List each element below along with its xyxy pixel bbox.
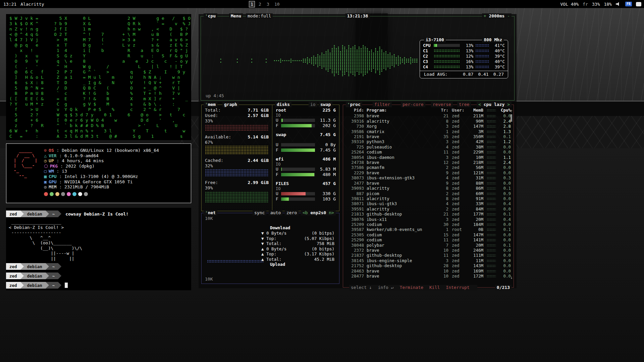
fetch-entry-up: ◷UP : 4 hours, 44 mins: [44, 158, 159, 164]
process-row[interactable]: 39093alacritty8zed86M0.1: [346, 186, 511, 191]
process-row[interactable]: 39591alacritty2zed84M0.0: [346, 206, 511, 212]
volume-label: VOL 40%: [560, 2, 579, 7]
matrix-row: B P m U 8 ` c K ! G b % T + ! h 7 v: [9, 91, 188, 96]
keyboard-layout-badge[interactable]: FR: [625, 2, 632, 6]
shell-prompt[interactable]: zeddebian~: [6, 282, 191, 289]
disk-entry-root: root225 GIOU11.3 GF202 G: [276, 108, 336, 128]
color-swatch: [78, 192, 82, 196]
disks-box: disks io swap root225 GIOU11.3 GF202 Gsw…: [272, 105, 339, 211]
disk-meter: [281, 119, 315, 122]
proc-action-select[interactable]: select ↓: [351, 285, 372, 290]
proc-action-info[interactable]: info ↵: [378, 285, 394, 290]
cpu-usage-meter: [434, 44, 460, 47]
process-row[interactable]: 25305codium15zed147M0.0: [346, 232, 511, 237]
mem-graph-tab[interactable]: graph: [222, 102, 239, 107]
mem-graph: [205, 146, 269, 155]
cowsay-output-line: \ ^__^: [6, 235, 191, 241]
cpu-stats-panel: i3-7100 800 Mhz CPU13%41°CC113%40°CC212%…: [420, 40, 508, 78]
net-stat-row: ▲ 0 Byte/s(0 bitps): [261, 246, 334, 252]
shell-prompt[interactable]: zeddebian~cowsay Debian-Z Is Cool!: [6, 210, 191, 218]
mem-stat-used: Used:2.57 GiB33%: [205, 113, 269, 131]
scrollbar-thumb[interactable]: [511, 114, 512, 122]
process-row[interactable]: 39586cmatrix1zed3M1.3: [346, 129, 511, 134]
cowsay-output-line: ___________________: [6, 220, 191, 225]
proc-action-terminate[interactable]: Terminate: [400, 285, 423, 290]
process-row[interactable]: 730Xorg3zed147M2.8: [346, 124, 511, 129]
process-row[interactable]: 38054ibus-daemon3zed10M1.1: [346, 155, 511, 160]
process-row[interactable]: 21837github-desktop11zed111M0.0: [346, 253, 511, 258]
update-interval-control[interactable]: + 2000ms -: [482, 13, 512, 19]
mem-graph: [205, 124, 269, 131]
workspace-button-1[interactable]: 1: [249, 1, 255, 7]
cmatrix-terminal[interactable]: $ W J v k = 5 X 0 L 2 W g e / $ O3 k $ O…: [6, 14, 191, 140]
cpu-icon: ▦: [44, 174, 47, 179]
process-row[interactable]: 38073ibus-extension-gtk34zed31M0.3: [346, 175, 511, 180]
wm-icon: ▢: [44, 169, 47, 174]
scroll-up-icon[interactable]: ↑: [510, 108, 513, 113]
tray-icon[interactable]: [636, 2, 641, 6]
mem-icon: ◎: [44, 184, 47, 189]
matrix-row: x ! 1 4 i [ b R a E O r Q " j: [9, 48, 188, 53]
matrix-row: 5 2 ? W q $ 3 d 7 y 0 1 6 @ o > t c: [9, 112, 188, 118]
zero-tab[interactable]: zero: [285, 210, 299, 216]
matrix-row: l 4 7 ) V j > M M 7 ( > 3 a ? + a v 6 >: [9, 37, 188, 43]
process-row[interactable]: 2229brave9zed121M0.0: [346, 170, 511, 175]
process-row[interactable]: 37586pcmanfm2zed56M0.0: [346, 165, 511, 170]
speaker-icon[interactable]: [616, 2, 621, 6]
process-row[interactable]: 39811alacritty8zed91M0.0: [346, 196, 511, 201]
process-row[interactable]: 25290codium11zed141M0.0: [346, 237, 511, 242]
net-stat-row: ▲ Total:45.2 MiB: [261, 257, 334, 262]
auto-tab[interactable]: auto: [269, 210, 282, 216]
process-row[interactable]: 39587kworker/u8:0-events_un1root0B0.1: [346, 227, 511, 232]
workspace-button-2[interactable]: 2: [257, 1, 263, 7]
color-swatch: [55, 192, 59, 196]
mode-toggle[interactable]: mode:full: [246, 13, 273, 19]
cpu-core-row-cpu: CPU13%41°C: [423, 43, 505, 48]
memory-percent: 18%: [604, 2, 611, 7]
swap-tab[interactable]: swap: [319, 102, 332, 107]
interface-selector[interactable]: <b enp2s0 n>: [301, 210, 336, 216]
fetch-entry-mem: ◎MEM : 2321MiB / 7904MiB: [44, 184, 159, 190]
io-tab[interactable]: io: [309, 102, 317, 107]
process-row[interactable]: 39310python33zed42M1.2: [346, 139, 511, 144]
process-row[interactable]: 38048polybar7zed20M0.1: [346, 243, 511, 248]
proc-action-interrupt[interactable]: Interrupt: [446, 285, 469, 290]
process-row[interactable]: 2477brave9zed88M0.0: [346, 181, 511, 186]
matrix-row: @ p q e x T D g ' L v z s & z E % Z: [9, 43, 188, 48]
process-row[interactable]: 2398brave21zed211M0.0: [346, 113, 511, 118]
workspace-button-10[interactable]: 10: [273, 1, 281, 7]
process-row[interactable]: 21752github-desktop28zed143M0.0: [346, 263, 511, 268]
load-average-label: Load AVG:: [424, 72, 447, 77]
process-row[interactable]: 25209codium30zed184M0.0: [346, 222, 511, 227]
process-row[interactable]: 25264codium11zed229M0.0: [346, 149, 511, 155]
disk-entry-swap: swap7.45 G U0 ByF7.45 G: [276, 132, 336, 153]
cowsay-terminal[interactable]: zeddebian~cowsay Debian-Z Is Cool! _____…: [6, 208, 191, 290]
cpu-box: ¹cpu Menu mode:full 13:21:38 + 2000ms - …: [201, 16, 515, 101]
process-row[interactable]: 28477brave10zed172M0.0: [346, 274, 511, 279]
process-row[interactable]: 725pulseaudio4zed38M0.0: [346, 144, 511, 149]
process-row[interactable]: 38071ibus-ui-gtk34zed33M0.4: [346, 201, 511, 206]
net-download-rows: ▼ 0 Byte/s(0 bitps)▼ Top:(5.07 Kibps)▼ T…: [261, 231, 334, 246]
proc-action-kill[interactable]: Kill: [429, 285, 440, 290]
btop-window[interactable]: ¹cpu Menu mode:full 13:21:38 + 2000ms - …: [199, 14, 517, 288]
load-average: Load AVG: 0.870.410.27: [420, 71, 508, 77]
process-row[interactable]: 2372brave10zed246M0.0: [346, 248, 511, 253]
process-row[interactable]: 38145ibus-engine-simple3zed11M0.0: [346, 258, 511, 263]
process-row[interactable]: 2191brave35zed350M0.1: [346, 134, 511, 139]
cmatrix-body: $ W J v k = 5 X 0 L 2 W g e / $ O3 k $ O…: [9, 16, 188, 139]
process-row[interactable]: 38076ibus-x113zed20M0.4: [346, 217, 511, 222]
process-row[interactable]: 21813github-desktop21zed177M0.1: [346, 212, 511, 217]
scroll-down-icon[interactable]: ↓: [510, 275, 513, 280]
process-row[interactable]: 39316alacritty8zed90M2.4: [346, 119, 511, 124]
process-row[interactable]: 24738brave12zed218M2.4: [346, 160, 511, 165]
shell-prompt[interactable]: zeddebian~: [6, 272, 191, 280]
process-row[interactable]: 887picom2zed60M0.9: [346, 191, 511, 196]
process-row[interactable]: 28463brave10zed169M0.0: [346, 268, 511, 274]
workspace-button-3[interactable]: 3: [265, 1, 271, 7]
clock: 13:21: [3, 2, 16, 7]
sync-tab[interactable]: sync: [253, 210, 266, 216]
disks-tab[interactable]: disks: [275, 102, 291, 107]
menu-button[interactable]: Menu: [229, 13, 243, 19]
fetch-panel[interactable]: _____ / __ \ | / | | \___- -_ --_ ⊙OS : …: [6, 143, 191, 203]
shell-prompt[interactable]: zeddebian~: [6, 263, 191, 270]
